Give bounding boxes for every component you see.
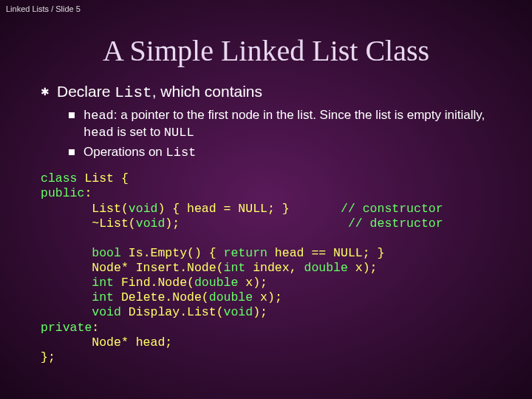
text-part: , which contains (152, 83, 262, 100)
code-text: x); (348, 261, 378, 275)
keyword: int (92, 276, 114, 290)
code-text: ) { head = NULL; } (157, 202, 341, 216)
slide-header: Linked Lists / Slide 5 (6, 4, 81, 13)
text-part: is set to (114, 125, 164, 139)
code-text: List( (41, 202, 129, 216)
code-block: class List { public: List(void) { head =… (41, 171, 491, 365)
code-text: Is.Empty() { (121, 246, 224, 260)
code-text: head == NULL; } (267, 246, 384, 260)
sub-bullet-text: Operations on List (83, 144, 196, 161)
code-inline: List (115, 84, 151, 101)
code-text: index, (245, 261, 304, 275)
keyword: bool (92, 246, 121, 260)
text-part: : a pointer to the first node in the lis… (114, 108, 485, 122)
keyword: int (224, 261, 246, 275)
keyword: double (304, 261, 347, 275)
main-bullet-text: Declare List, which contains (57, 83, 262, 101)
sub-bullet: head: a pointer to the first node in the… (69, 107, 491, 141)
code-inline: head (83, 126, 114, 140)
keyword: class (41, 171, 78, 185)
main-bullet: ✱ Declare List, which contains (41, 83, 491, 101)
comment: // destructor (348, 216, 443, 231)
text-part: Operations on (83, 145, 166, 159)
star-icon: ✱ (41, 86, 50, 98)
code-text (41, 276, 92, 290)
code-text (41, 246, 92, 260)
code-text: : (92, 321, 99, 335)
square-icon (69, 112, 75, 118)
keyword: private (41, 321, 92, 335)
code-text: List { (78, 171, 129, 185)
code-text: Display.List( (121, 305, 224, 319)
square-icon (69, 149, 75, 155)
keyword: public (41, 186, 84, 200)
code-text: x); (238, 276, 267, 290)
slide-title: A Simple Linked List Class (0, 33, 532, 68)
sub-bullet: Operations on List (69, 144, 491, 161)
text-part: Declare (57, 83, 115, 100)
code-text: Find.Node( (114, 276, 194, 290)
sub-bullet-list: head: a pointer to the first node in the… (69, 107, 491, 161)
code-text (41, 305, 92, 319)
code-text: ~List( (41, 216, 136, 231)
code-text: ); (165, 216, 348, 231)
code-text: ); (253, 305, 267, 319)
code-text: Node* head; (41, 335, 172, 349)
keyword: void (129, 202, 158, 216)
keyword: double (209, 290, 253, 304)
slide-content: ✱ Declare List, which contains head: a p… (0, 83, 532, 365)
sub-bullet-text: head: a pointer to the first node in the… (83, 107, 491, 141)
keyword: double (194, 276, 238, 290)
keyword: void (136, 216, 166, 231)
code-text: }; (41, 350, 55, 364)
keyword: return (224, 246, 267, 260)
keyword: void (92, 305, 121, 319)
code-text: x); (253, 290, 282, 304)
code-inline: List (166, 146, 197, 160)
code-text: Delete.Node( (114, 290, 209, 304)
keyword: void (224, 305, 253, 319)
code-text: Node* Insert.Node( (41, 261, 224, 275)
code-inline: head (83, 109, 114, 123)
code-text (41, 290, 92, 304)
code-inline: NULL (164, 126, 194, 140)
code-text: : (84, 186, 92, 200)
comment: // constructor (341, 202, 443, 216)
keyword: int (92, 290, 114, 304)
